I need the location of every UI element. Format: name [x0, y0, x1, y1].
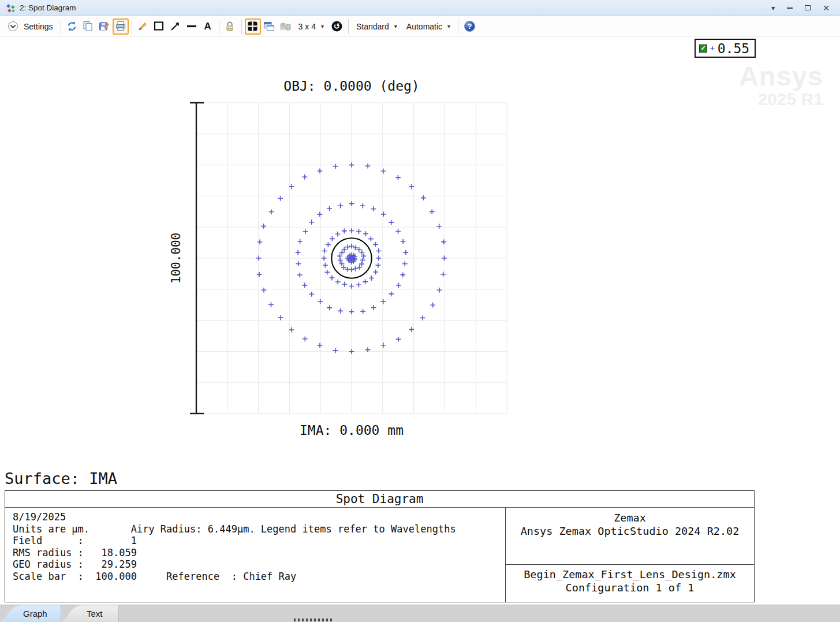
- spot-diagram-window: 2: Spot Diagram ▾ ✕ Settings: [0, 0, 840, 622]
- toolbar: Settings: [0, 17, 840, 36]
- refresh-mode-dropdown[interactable]: Automatic ▾: [402, 18, 455, 35]
- split-window-button[interactable]: [245, 18, 261, 35]
- annotate-line-button[interactable]: [184, 18, 200, 35]
- divider: [241, 19, 242, 34]
- refresh-icon: [66, 21, 77, 32]
- settings-button[interactable]: Settings: [3, 18, 58, 35]
- print-button[interactable]: [113, 18, 129, 35]
- chevron-down-icon: [8, 21, 18, 31]
- spot-plot: 100.000: [162, 97, 514, 422]
- chevron-down-icon: ▾: [394, 23, 397, 29]
- chart-title: OBJ: 0.0000 (deg): [196, 79, 507, 94]
- app-icon: [6, 3, 15, 13]
- configuration: Configuration 1 of 1: [506, 581, 754, 594]
- wavelength-value: 0.55: [718, 41, 749, 56]
- title-bar: 2: Spot Diagram ▾ ✕: [0, 0, 840, 16]
- print-icon: [115, 21, 126, 32]
- help-icon: ?: [464, 20, 476, 32]
- annotate-arrow-button[interactable]: [167, 18, 184, 35]
- reset-zoom-button[interactable]: ↺: [328, 18, 345, 35]
- date-line: 8/19/2025: [13, 511, 505, 523]
- tab-text[interactable]: Text: [61, 605, 119, 622]
- watermark-version: 2025 R1: [739, 90, 823, 109]
- chevron-down-icon: ▾: [321, 23, 324, 29]
- svg-text:100.000: 100.000: [169, 233, 183, 284]
- divider: [458, 19, 458, 34]
- tab-graph[interactable]: Graph: [0, 605, 61, 622]
- scale-bar-line: Scale bar : 100.000 Reference : Chief Ra…: [13, 571, 505, 583]
- copy-icon: [83, 21, 94, 32]
- line-icon: [186, 21, 197, 32]
- save-icon: [99, 21, 110, 32]
- lock-button[interactable]: [222, 18, 238, 35]
- window-menu-caret-icon[interactable]: ▾: [771, 4, 775, 12]
- brand-cell: Zemax Ansys Zemax OpticStudio 2024 R2.02: [506, 508, 754, 564]
- reset-zoom-icon: ↺: [331, 20, 343, 32]
- wavelength-marker: +: [710, 44, 715, 53]
- help-button[interactable]: ?: [461, 18, 478, 35]
- brand-name: Zemax: [506, 511, 754, 524]
- file-cell: Begin_Zemax_First_Lens_Design.zmx Config…: [506, 564, 754, 602]
- chart-x-label: IMA: 0.000 mm: [196, 423, 507, 438]
- annotate-rectangle-button[interactable]: [151, 18, 167, 35]
- divider: [132, 19, 132, 34]
- ansys-watermark: Ansys 2025 R1: [739, 62, 823, 109]
- style-dropdown[interactable]: Standard ▾: [352, 18, 402, 35]
- close-button[interactable]: ✕: [823, 4, 830, 12]
- annotate-pencil-button[interactable]: [135, 18, 151, 35]
- window-title: 2: Spot Diagram: [20, 3, 76, 12]
- wavelength-checkbox[interactable]: ✓: [699, 44, 707, 53]
- copy-button[interactable]: [80, 18, 96, 35]
- lock-icon: [225, 21, 235, 32]
- clipped-window-artifact: [294, 619, 334, 621]
- info-table-left-cell: 8/19/2025 Units are µm. Airy Radius: 6.4…: [5, 508, 505, 602]
- refresh-button[interactable]: [64, 18, 80, 35]
- watermark-brand: Ansys: [739, 62, 823, 90]
- svg-text:↺: ↺: [334, 21, 340, 31]
- cascade-window-button[interactable]: [261, 18, 277, 35]
- svg-text:?: ?: [468, 22, 472, 31]
- save-button[interactable]: [96, 18, 113, 35]
- divider: [219, 19, 219, 34]
- file-name: Begin_Zemax_First_Lens_Design.zmx: [506, 568, 754, 581]
- chevron-down-icon: ▾: [447, 23, 450, 29]
- surface-label: Surface: IMA: [5, 470, 117, 487]
- info-table-header: Spot Diagram: [5, 491, 754, 508]
- split-window-icon: [247, 21, 258, 32]
- tab-bar: Graph Text: [0, 605, 840, 622]
- rms-radius-line: RMS radius : 18.059: [13, 547, 505, 559]
- divider: [61, 19, 61, 34]
- layers-button[interactable]: [277, 18, 294, 35]
- wavelength-legend: ✓ + 0.55: [695, 39, 756, 58]
- maximize-button[interactable]: [805, 5, 811, 10]
- field-line: Field : 1: [13, 535, 505, 547]
- geo-radius-line: GEO radius : 29.259: [13, 558, 505, 571]
- pencil-icon: [137, 21, 148, 32]
- annotate-text-button[interactable]: A: [200, 18, 216, 35]
- text-icon: A: [204, 21, 211, 32]
- layers-icon: [279, 21, 292, 31]
- cascade-window-icon: [263, 21, 275, 32]
- rectangle-icon: [154, 21, 165, 32]
- arrow-icon: [170, 21, 181, 32]
- grid-size-dropdown[interactable]: 3 x 4 ▾: [294, 18, 328, 35]
- divider: [348, 19, 349, 34]
- brand-product: Ansys Zemax OpticStudio 2024 R2.02: [506, 524, 754, 538]
- info-table: Spot Diagram 8/19/2025 Units are µm. Air…: [5, 490, 755, 602]
- minimize-button[interactable]: [787, 8, 793, 9]
- units-line: Units are µm. Airy Radius: 6.449µm. Lege…: [13, 523, 505, 535]
